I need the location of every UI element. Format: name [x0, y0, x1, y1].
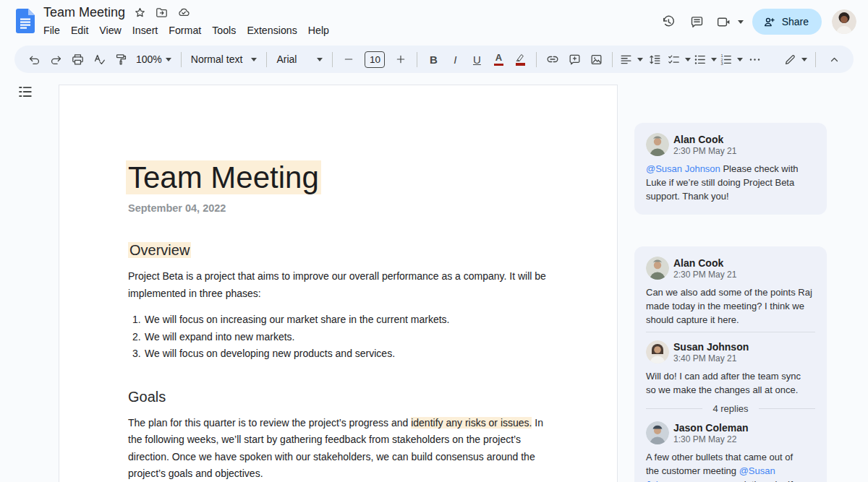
overview-heading[interactable]: Overview	[128, 242, 548, 259]
list-item[interactable]: 2.We will expand into new markets.	[128, 329, 548, 346]
comment-text: Can we also add some of the points Raj m…	[646, 285, 813, 327]
more-options-button[interactable]	[745, 49, 765, 69]
paragraph-style-select[interactable]: Normal text	[187, 49, 262, 69]
google-docs-logo[interactable]	[16, 9, 35, 33]
commenter-name: Jason Coleman	[673, 422, 748, 434]
mention-link[interactable]: Johnson	[646, 479, 681, 482]
italic-button[interactable]: I	[446, 49, 465, 69]
history-icon	[660, 14, 676, 30]
list-number: 3.	[132, 345, 145, 363]
style-value: Normal text	[191, 53, 243, 65]
undo-button[interactable]	[25, 49, 44, 69]
paint-format-button[interactable]	[111, 49, 131, 69]
list-text: We will focus on increasing our market s…	[145, 311, 449, 329]
cloud-status-icon[interactable]	[176, 6, 191, 20]
pen-icon	[783, 53, 797, 66]
comment-thread-1[interactable]: Alan Cook 2:30 PM May 21 @Susan Johnson …	[634, 123, 827, 215]
link-icon	[545, 52, 560, 66]
menu-tools[interactable]: Tools	[212, 25, 236, 36]
goals-heading[interactable]: Goals	[128, 389, 548, 405]
menu-format[interactable]: Format	[169, 25, 201, 36]
checklist-button[interactable]	[667, 49, 691, 69]
decrease-font-size-button[interactable]	[339, 49, 359, 69]
menu-file[interactable]: File	[43, 25, 60, 36]
menu-help[interactable]: Help	[308, 25, 329, 36]
comment-divider	[646, 332, 815, 332]
collapse-toolbar-button[interactable]	[825, 49, 844, 69]
bold-icon: B	[430, 53, 438, 66]
spelling-check-button[interactable]	[90, 49, 109, 69]
numbered-list[interactable]: 1.We will focus on increasing our market…	[128, 311, 548, 363]
goals-paragraph[interactable]: The plan for this quarter is to review t…	[128, 415, 550, 482]
menu-extensions[interactable]: Extensions	[247, 25, 297, 36]
show-outline-button[interactable]	[17, 84, 33, 100]
align-button[interactable]	[619, 49, 643, 69]
increase-font-size-button[interactable]	[391, 49, 411, 69]
minus-icon	[343, 53, 354, 65]
overview-heading-text: Overview	[128, 242, 191, 258]
video-call-icon	[716, 14, 731, 30]
bulleted-list-icon	[693, 53, 707, 66]
join-call-button[interactable]	[712, 7, 736, 36]
commenter-name: Susan Johnson	[673, 341, 749, 353]
underline-icon: U	[473, 53, 481, 66]
add-comment-button[interactable]	[565, 49, 584, 69]
underline-button[interactable]: U	[467, 49, 487, 69]
doc-title-line[interactable]: Team Meeting	[126, 160, 548, 195]
text-color-button[interactable]: A	[489, 49, 509, 69]
zoom-select[interactable]: 100%	[132, 49, 176, 69]
svg-text:3: 3	[720, 61, 723, 66]
list-item[interactable]: 1.We will focus on increasing our market…	[128, 311, 548, 329]
numbered-list-button[interactable]: 123	[719, 49, 743, 69]
document-title[interactable]: Team Meeting	[43, 5, 125, 20]
menu-view[interactable]: View	[99, 25, 122, 36]
menu-edit[interactable]: Edit	[71, 25, 88, 36]
comment-text: A few other bullets that came out of the…	[646, 450, 813, 482]
more-horizontal-icon	[748, 53, 762, 66]
list-text: We will focus on developing new products…	[145, 345, 395, 363]
call-options-caret[interactable]	[738, 20, 744, 24]
comment-thread-2[interactable]: Alan Cook 2:30 PM May 21 Can we also add…	[634, 246, 827, 482]
bold-button[interactable]: B	[424, 49, 443, 69]
undo-icon	[27, 53, 41, 66]
redo-button[interactable]	[46, 49, 66, 69]
comment-time: 1:30 PM May 22	[673, 434, 748, 444]
editing-mode-caret-icon	[801, 58, 807, 61]
line-spacing-icon	[648, 53, 662, 66]
doc-title-text: Team Meeting	[126, 160, 321, 194]
font-caret-icon	[317, 58, 323, 61]
move-folder-icon[interactable]	[155, 6, 169, 20]
checklist-icon	[667, 53, 681, 66]
numbered-list-caret-icon	[737, 58, 743, 61]
open-comments-button[interactable]	[683, 7, 712, 36]
bulleted-list-button[interactable]	[693, 49, 717, 69]
mention-link[interactable]: @Susan Johnson	[646, 163, 720, 174]
replies-separator[interactable]: 4 replies	[646, 403, 815, 414]
insert-link-button[interactable]	[543, 49, 563, 69]
mention-link[interactable]: @Susan	[739, 465, 775, 476]
share-button[interactable]: Share	[752, 9, 822, 35]
document-page[interactable]: Team Meeting September 04, 2022 Overview…	[59, 85, 618, 482]
list-item[interactable]: 3.We will focus on developing new produc…	[128, 345, 548, 363]
commenter-avatar	[646, 421, 669, 444]
overview-paragraph[interactable]: Project Beta is a project that aims to i…	[128, 268, 550, 302]
insert-image-button[interactable]	[587, 49, 606, 69]
replies-count: 4 replies	[712, 403, 748, 414]
version-history-button[interactable]	[654, 7, 683, 36]
font-size-input[interactable]: 10	[365, 51, 385, 68]
comment-text: Will do! I can add after the team sync s…	[646, 369, 813, 397]
doc-date[interactable]: September 04, 2022	[128, 202, 548, 214]
font-select[interactable]: Arial	[272, 49, 327, 69]
menu-insert[interactable]: Insert	[132, 25, 158, 36]
commenter-name: Alan Cook	[673, 134, 736, 145]
account-avatar[interactable]	[832, 9, 856, 34]
highlight-color-button[interactable]	[511, 49, 530, 69]
numbered-list-icon: 123	[719, 53, 733, 66]
star-icon[interactable]	[133, 6, 147, 20]
comment-time: 2:30 PM May 21	[673, 270, 736, 280]
comment-history-icon	[689, 14, 705, 30]
print-button[interactable]	[68, 49, 88, 69]
align-left-icon	[619, 53, 633, 66]
line-spacing-button[interactable]	[645, 49, 665, 69]
editing-mode-button[interactable]	[783, 49, 807, 69]
